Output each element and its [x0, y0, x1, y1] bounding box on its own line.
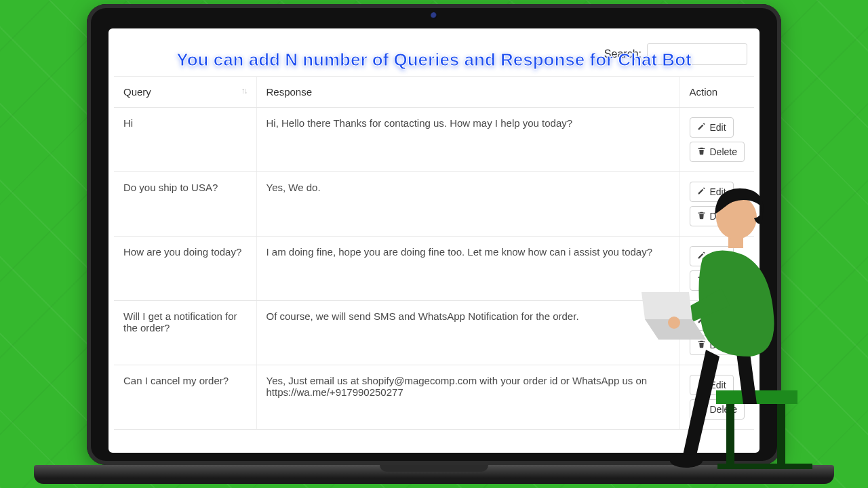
col-header-action: Action — [679, 77, 754, 108]
search-field: Search: — [604, 43, 747, 65]
cell-query: Will I get a notification for the order? — [114, 301, 256, 365]
trash-icon — [697, 275, 706, 286]
queries-table: Query ↑↓ Response Action HiHi, Hello the… — [114, 76, 754, 430]
trash-icon — [697, 340, 706, 350]
pencil-icon — [697, 122, 706, 133]
cell-response: I am doing fine, hope you are doing fine… — [256, 237, 679, 301]
cell-action: EditDelete — [679, 301, 754, 365]
delete-button[interactable]: Delete — [690, 142, 745, 162]
laptop-frame: You can add N number of Queries and Resp… — [87, 4, 781, 465]
edit-button[interactable]: Edit — [690, 182, 734, 202]
pencil-icon — [697, 315, 706, 326]
table-row: Will I get a notification for the order?… — [114, 301, 754, 365]
laptop-base — [34, 465, 834, 484]
cell-query: Do you ship to USA? — [114, 172, 256, 237]
table-header-row: Query ↑↓ Response Action — [114, 77, 754, 108]
delete-button[interactable]: Delete — [690, 206, 745, 226]
delete-button[interactable]: Delete — [690, 335, 745, 355]
cell-query: Hi — [114, 108, 256, 172]
pencil-icon — [697, 251, 706, 262]
sort-icon[interactable]: ↑↓ — [241, 86, 247, 96]
table-row: Do you ship to USA?Yes, We do.EditDelete — [114, 172, 754, 237]
table-row: HiHi, Hello there Thanks for contacting … — [114, 108, 754, 172]
cell-response: Of course, we will send SMS and WhatsApp… — [256, 301, 679, 365]
cell-query: How are you doing today? — [114, 237, 256, 301]
col-header-query[interactable]: Query ↑↓ — [114, 77, 256, 108]
pencil-icon — [697, 380, 706, 390]
cell-response: Yes, Just email us at shopify@magecomp.c… — [256, 365, 679, 430]
edit-button[interactable]: Edit — [690, 117, 734, 138]
col-query-label: Query — [123, 86, 151, 98]
cell-response: Yes, We do. — [256, 172, 679, 237]
search-label: Search: — [604, 48, 642, 60]
cell-action: EditDelete — [679, 365, 754, 430]
col-header-response[interactable]: Response — [256, 77, 679, 108]
cell-action: EditDelete — [679, 237, 754, 301]
delete-button[interactable]: Delete — [690, 270, 745, 291]
search-input[interactable] — [647, 43, 747, 65]
edit-button[interactable]: Edit — [690, 375, 734, 395]
edit-button[interactable]: Edit — [690, 310, 734, 331]
trash-icon — [697, 146, 706, 157]
cell-query: Can I cancel my order? — [114, 365, 256, 430]
cell-action: EditDelete — [679, 108, 754, 172]
laptop-camera-icon — [431, 12, 437, 19]
table-row: Can I cancel my order?Yes, Just email us… — [114, 365, 754, 430]
cell-response: Hi, Hello there Thanks for contacting us… — [256, 108, 679, 172]
delete-button[interactable]: Delete — [690, 399, 745, 420]
trash-icon — [697, 211, 706, 222]
app-screen: You can add N number of Queries and Resp… — [108, 28, 760, 453]
table-row: How are you doing today?I am doing fine,… — [114, 237, 754, 301]
cell-action: EditDelete — [679, 172, 754, 237]
edit-button[interactable]: Edit — [690, 246, 734, 266]
trash-icon — [697, 404, 706, 415]
pencil-icon — [697, 186, 706, 197]
